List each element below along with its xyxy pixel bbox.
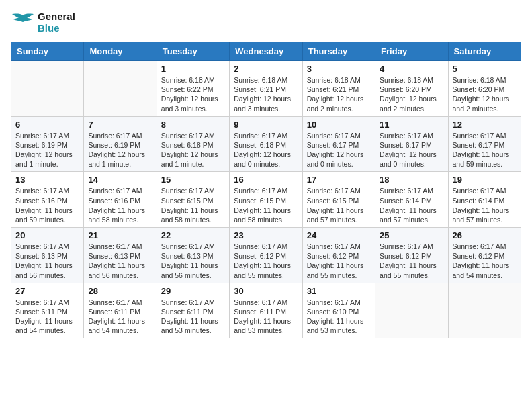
- calendar-cell: 21Sunrise: 6:17 AM Sunset: 6:13 PM Dayli…: [84, 228, 157, 283]
- day-number: 7: [88, 120, 152, 130]
- day-info: Sunrise: 6:17 AM Sunset: 6:15 PM Dayligh…: [234, 186, 298, 224]
- day-number: 28: [88, 286, 152, 296]
- day-number: 22: [161, 230, 225, 240]
- calendar-cell: [448, 283, 521, 338]
- weekday-header-tuesday: Tuesday: [157, 42, 229, 61]
- day-info: Sunrise: 6:17 AM Sunset: 6:19 PM Dayligh…: [88, 131, 152, 169]
- calendar-cell: 1Sunrise: 6:18 AM Sunset: 6:22 PM Daylig…: [157, 61, 229, 117]
- calendar-cell: 24Sunrise: 6:17 AM Sunset: 6:12 PM Dayli…: [302, 228, 375, 283]
- day-info: Sunrise: 6:18 AM Sunset: 6:20 PM Dayligh…: [453, 75, 517, 113]
- calendar-cell: 25Sunrise: 6:17 AM Sunset: 6:12 PM Dayli…: [375, 228, 448, 283]
- weekday-header-friday: Friday: [375, 42, 448, 61]
- day-number: 18: [380, 175, 443, 185]
- day-number: 21: [88, 230, 152, 240]
- weekday-header-thursday: Thursday: [302, 42, 375, 61]
- day-number: 8: [161, 120, 225, 130]
- day-info: Sunrise: 6:17 AM Sunset: 6:14 PM Dayligh…: [453, 186, 517, 224]
- day-number: 6: [15, 120, 79, 130]
- day-info: Sunrise: 6:17 AM Sunset: 6:16 PM Dayligh…: [15, 186, 79, 224]
- day-number: 19: [453, 175, 517, 185]
- calendar-cell: 29Sunrise: 6:17 AM Sunset: 6:11 PM Dayli…: [157, 283, 229, 338]
- day-number: 17: [307, 175, 371, 185]
- calendar-cell: [11, 61, 84, 117]
- logo-text: General Blue: [38, 11, 75, 34]
- calendar-cell: 8Sunrise: 6:17 AM Sunset: 6:18 PM Daylig…: [157, 116, 229, 172]
- calendar-week-row: 13Sunrise: 6:17 AM Sunset: 6:16 PM Dayli…: [11, 172, 521, 228]
- day-info: Sunrise: 6:17 AM Sunset: 6:10 PM Dayligh…: [307, 298, 371, 336]
- day-number: 27: [15, 286, 79, 296]
- day-info: Sunrise: 6:17 AM Sunset: 6:11 PM Dayligh…: [161, 298, 225, 336]
- day-number: 30: [234, 286, 298, 296]
- day-number: 14: [88, 175, 152, 185]
- calendar-cell: 4Sunrise: 6:18 AM Sunset: 6:20 PM Daylig…: [375, 61, 448, 117]
- weekday-header-sunday: Sunday: [11, 42, 84, 61]
- calendar-table: SundayMondayTuesdayWednesdayThursdayFrid…: [11, 42, 521, 338]
- day-number: 4: [380, 64, 443, 74]
- calendar-cell: 3Sunrise: 6:18 AM Sunset: 6:21 PM Daylig…: [302, 61, 375, 117]
- calendar-cell: 16Sunrise: 6:17 AM Sunset: 6:15 PM Dayli…: [230, 172, 302, 228]
- day-number: 2: [234, 64, 298, 74]
- day-number: 20: [15, 230, 79, 240]
- day-number: 10: [307, 120, 371, 130]
- calendar-cell: 26Sunrise: 6:17 AM Sunset: 6:12 PM Dayli…: [448, 228, 521, 283]
- page-header: General Blue: [11, 11, 521, 34]
- day-number: 26: [453, 230, 517, 240]
- day-number: 3: [307, 64, 371, 74]
- day-info: Sunrise: 6:17 AM Sunset: 6:12 PM Dayligh…: [234, 242, 298, 280]
- day-info: Sunrise: 6:17 AM Sunset: 6:15 PM Dayligh…: [161, 186, 225, 224]
- calendar-cell: 30Sunrise: 6:17 AM Sunset: 6:11 PM Dayli…: [230, 283, 302, 338]
- day-info: Sunrise: 6:17 AM Sunset: 6:12 PM Dayligh…: [453, 242, 517, 280]
- day-info: Sunrise: 6:17 AM Sunset: 6:13 PM Dayligh…: [15, 242, 79, 280]
- weekday-header-row: SundayMondayTuesdayWednesdayThursdayFrid…: [11, 42, 521, 61]
- calendar-cell: 12Sunrise: 6:17 AM Sunset: 6:17 PM Dayli…: [448, 116, 521, 172]
- day-number: 23: [234, 230, 298, 240]
- calendar-cell: 7Sunrise: 6:17 AM Sunset: 6:19 PM Daylig…: [84, 116, 157, 172]
- calendar-cell: [84, 61, 157, 117]
- day-info: Sunrise: 6:17 AM Sunset: 6:16 PM Dayligh…: [88, 186, 152, 224]
- day-info: Sunrise: 6:17 AM Sunset: 6:17 PM Dayligh…: [380, 131, 443, 169]
- calendar-cell: 10Sunrise: 6:17 AM Sunset: 6:17 PM Dayli…: [302, 116, 375, 172]
- day-info: Sunrise: 6:17 AM Sunset: 6:17 PM Dayligh…: [307, 131, 371, 169]
- day-info: Sunrise: 6:17 AM Sunset: 6:11 PM Dayligh…: [234, 298, 298, 336]
- day-number: 11: [380, 120, 443, 130]
- weekday-header-wednesday: Wednesday: [230, 42, 302, 61]
- logo: General Blue: [11, 11, 75, 34]
- day-info: Sunrise: 6:17 AM Sunset: 6:11 PM Dayligh…: [88, 298, 152, 336]
- day-info: Sunrise: 6:17 AM Sunset: 6:15 PM Dayligh…: [307, 186, 371, 224]
- day-info: Sunrise: 6:18 AM Sunset: 6:21 PM Dayligh…: [234, 75, 298, 113]
- calendar-cell: 9Sunrise: 6:17 AM Sunset: 6:18 PM Daylig…: [230, 116, 302, 172]
- day-number: 5: [453, 64, 517, 74]
- logo-bird-icon: [11, 11, 35, 33]
- calendar-cell: 18Sunrise: 6:17 AM Sunset: 6:14 PM Dayli…: [375, 172, 448, 228]
- day-info: Sunrise: 6:17 AM Sunset: 6:13 PM Dayligh…: [88, 242, 152, 280]
- day-info: Sunrise: 6:17 AM Sunset: 6:12 PM Dayligh…: [307, 242, 371, 280]
- day-number: 9: [234, 120, 298, 130]
- day-info: Sunrise: 6:17 AM Sunset: 6:18 PM Dayligh…: [234, 131, 298, 169]
- calendar-cell: 11Sunrise: 6:17 AM Sunset: 6:17 PM Dayli…: [375, 116, 448, 172]
- day-info: Sunrise: 6:17 AM Sunset: 6:19 PM Dayligh…: [15, 131, 79, 169]
- day-number: 13: [15, 175, 79, 185]
- day-number: 12: [453, 120, 517, 130]
- day-number: 31: [307, 286, 371, 296]
- day-info: Sunrise: 6:18 AM Sunset: 6:21 PM Dayligh…: [307, 75, 371, 113]
- calendar-week-row: 27Sunrise: 6:17 AM Sunset: 6:11 PM Dayli…: [11, 283, 521, 338]
- calendar-cell: [375, 283, 448, 338]
- day-info: Sunrise: 6:17 AM Sunset: 6:12 PM Dayligh…: [380, 242, 443, 280]
- calendar-week-row: 1Sunrise: 6:18 AM Sunset: 6:22 PM Daylig…: [11, 61, 521, 117]
- day-info: Sunrise: 6:18 AM Sunset: 6:22 PM Dayligh…: [161, 75, 225, 113]
- calendar-cell: 31Sunrise: 6:17 AM Sunset: 6:10 PM Dayli…: [302, 283, 375, 338]
- day-number: 15: [161, 175, 225, 185]
- calendar-cell: 17Sunrise: 6:17 AM Sunset: 6:15 PM Dayli…: [302, 172, 375, 228]
- calendar-cell: 5Sunrise: 6:18 AM Sunset: 6:20 PM Daylig…: [448, 61, 521, 117]
- day-info: Sunrise: 6:17 AM Sunset: 6:18 PM Dayligh…: [161, 131, 225, 169]
- calendar-cell: 19Sunrise: 6:17 AM Sunset: 6:14 PM Dayli…: [448, 172, 521, 228]
- calendar-week-row: 6Sunrise: 6:17 AM Sunset: 6:19 PM Daylig…: [11, 116, 521, 172]
- day-number: 24: [307, 230, 371, 240]
- calendar-cell: 28Sunrise: 6:17 AM Sunset: 6:11 PM Dayli…: [84, 283, 157, 338]
- day-number: 1: [161, 64, 225, 74]
- weekday-header-saturday: Saturday: [448, 42, 521, 61]
- calendar-cell: 14Sunrise: 6:17 AM Sunset: 6:16 PM Dayli…: [84, 172, 157, 228]
- day-info: Sunrise: 6:18 AM Sunset: 6:20 PM Dayligh…: [380, 75, 443, 113]
- day-number: 29: [161, 286, 225, 296]
- day-number: 25: [380, 230, 443, 240]
